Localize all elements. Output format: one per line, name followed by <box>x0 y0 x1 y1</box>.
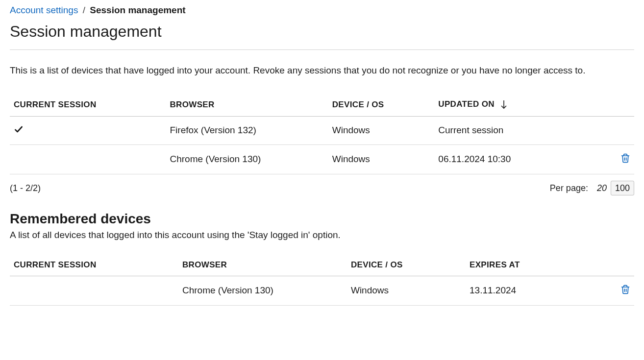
table-row: Firefox (Version 132)WindowsCurrent sess… <box>10 116 634 144</box>
sessions-th-device-os[interactable]: DEVICE / OS <box>328 94 435 117</box>
pagination-range: (1 - 2/2) <box>10 183 41 193</box>
remembered-th-expires-at[interactable]: EXPIRES AT <box>466 254 603 276</box>
breadcrumb: Account settings / Session management <box>10 5 634 16</box>
session-current-cell <box>10 144 166 174</box>
remembered-th-action <box>603 254 634 276</box>
session-updated-on-cell: 06.11.2024 10:30 <box>434 144 603 174</box>
session-updated-on-cell: Current session <box>434 116 603 144</box>
per-page-label: Per page: <box>550 183 588 193</box>
sessions-th-browser[interactable]: BROWSER <box>166 94 328 117</box>
table-row: Chrome (Version 130)Windows13.11.2024 <box>10 276 634 305</box>
title-divider <box>10 49 634 50</box>
per-page-option-20[interactable]: 20 <box>593 181 611 195</box>
remembered-action-cell <box>603 276 634 305</box>
remembered-expires-at-cell: 13.11.2024 <box>466 276 603 305</box>
session-browser-cell: Chrome (Version 130) <box>166 144 328 174</box>
remembered-th-current-session[interactable]: CURRENT SESSION <box>10 254 178 276</box>
sessions-th-action <box>603 94 634 117</box>
session-device-os-cell: Windows <box>328 116 435 144</box>
breadcrumb-parent-link[interactable]: Account settings <box>10 5 78 15</box>
sessions-th-updated-on[interactable]: UPDATED ON <box>434 94 603 117</box>
pagination-row: (1 - 2/2) Per page: 20100 <box>10 183 634 193</box>
session-current-cell <box>10 116 166 144</box>
page-description: This is a list of devices that have logg… <box>10 64 634 78</box>
session-browser-cell: Firefox (Version 132) <box>166 116 328 144</box>
sessions-th-updated-on-label: UPDATED ON <box>438 99 495 109</box>
sort-descending-icon <box>497 99 508 109</box>
remembered-devices-title: Remembered devices <box>10 211 634 227</box>
sessions-th-current-session[interactable]: CURRENT SESSION <box>10 94 166 117</box>
per-page-option-100[interactable]: 100 <box>611 181 634 195</box>
remembered-th-browser[interactable]: BROWSER <box>178 254 347 276</box>
remembered-devices-table: CURRENT SESSION BROWSER DEVICE / OS EXPI… <box>10 254 634 306</box>
session-action-cell <box>603 144 634 174</box>
check-icon <box>14 126 24 136</box>
session-action-cell <box>603 116 634 144</box>
breadcrumb-separator: / <box>83 5 85 15</box>
session-device-os-cell: Windows <box>328 144 435 174</box>
trash-icon[interactable] <box>620 284 630 295</box>
sessions-table: CURRENT SESSION BROWSER DEVICE / OS UPDA… <box>10 94 634 174</box>
remembered-current-cell <box>10 276 178 305</box>
breadcrumb-current: Session management <box>90 5 185 15</box>
remembered-device-os-cell: Windows <box>347 276 466 305</box>
page-title: Session management <box>10 23 634 41</box>
remembered-th-device-os[interactable]: DEVICE / OS <box>347 254 466 276</box>
per-page-controls: Per page: 20100 <box>550 183 634 193</box>
remembered-browser-cell: Chrome (Version 130) <box>178 276 347 305</box>
remembered-devices-description: A list of all devices that logged into t… <box>10 230 634 240</box>
trash-icon[interactable] <box>620 153 630 164</box>
table-row: Chrome (Version 130)Windows06.11.2024 10… <box>10 144 634 174</box>
